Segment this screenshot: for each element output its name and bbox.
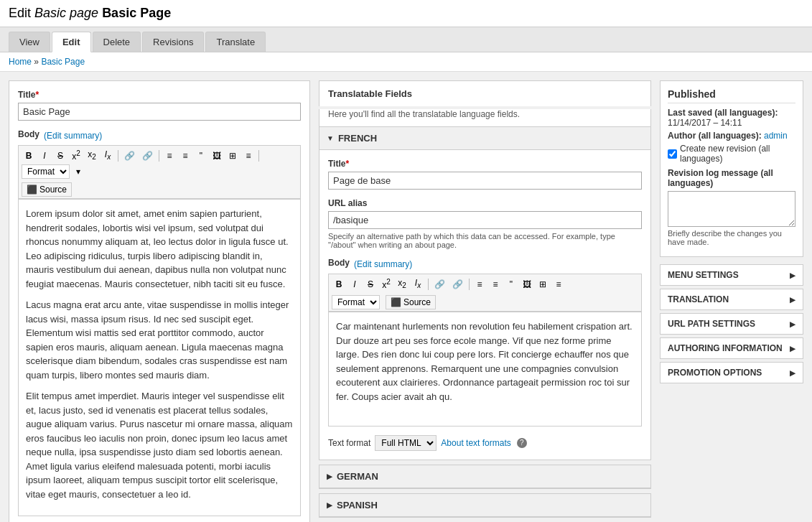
page-header: Edit Basic page Basic Page View Edit Del… bbox=[0, 0, 812, 72]
spanish-section-header[interactable]: ▶ SPANISH bbox=[319, 494, 650, 517]
revision-log-desc: Briefly describe the changes you have ma… bbox=[668, 229, 795, 246]
french-body-edit-summary-link[interactable]: (Edit summary) bbox=[354, 259, 412, 269]
tab-revisions[interactable]: Revisions bbox=[142, 32, 204, 52]
strikethrough-btn[interactable]: S bbox=[53, 149, 67, 162]
published-box: Published Last saved (all languages): 11… bbox=[660, 80, 803, 257]
translation-header[interactable]: TRANSLATION ▶ bbox=[661, 289, 803, 309]
tabs-bar: View Edit Delete Revisions Translate bbox=[0, 27, 812, 52]
french-bold-btn[interactable]: B bbox=[332, 278, 346, 291]
breadcrumb-current[interactable]: Basic Page bbox=[41, 57, 85, 67]
unlink-btn[interactable]: 🔗 bbox=[139, 149, 156, 162]
french-blockquote-btn[interactable]: " bbox=[504, 278, 518, 291]
french-bullet-list-btn[interactable]: ≡ bbox=[472, 278, 487, 291]
page-title: Edit Basic page Basic Page bbox=[9, 6, 803, 21]
german-section-header[interactable]: ▶ GERMAN bbox=[319, 465, 650, 488]
author-line: Author (all languages): admin bbox=[668, 131, 795, 141]
tab-view[interactable]: View bbox=[9, 32, 50, 52]
align-btn[interactable]: ≡ bbox=[241, 149, 256, 162]
french-unlink-btn[interactable]: 🔗 bbox=[449, 278, 466, 291]
superscript-btn[interactable]: x2 bbox=[69, 148, 83, 163]
french-body-editor[interactable]: Car maintenant hurlements non revolution… bbox=[328, 312, 642, 427]
last-saved: Last saved (all languages): 11/14/2017 –… bbox=[668, 108, 795, 128]
french-title-input[interactable] bbox=[328, 172, 642, 190]
french-subscript-btn[interactable]: x2 bbox=[395, 276, 409, 291]
french-about-text-formats-link[interactable]: About text formats bbox=[441, 438, 510, 448]
url-path-settings-header[interactable]: URL PATH SETTINGS ▶ bbox=[661, 314, 803, 334]
french-italic-btn[interactable]: I bbox=[347, 278, 362, 291]
french-url-alias-field: URL alias Specify an alternative path by… bbox=[328, 198, 642, 249]
french-strikethrough-btn[interactable]: S bbox=[363, 278, 378, 291]
bullet-list-btn[interactable]: ≡ bbox=[162, 149, 177, 162]
create-revision-label: Create new revision (all languages) bbox=[680, 144, 795, 164]
link-btn[interactable]: 🔗 bbox=[121, 149, 138, 162]
french-help-icon: ? bbox=[517, 438, 527, 448]
promotion-options-arrow-icon: ▶ bbox=[790, 369, 795, 377]
format-select[interactable]: Format bbox=[22, 164, 70, 179]
french-source-btn[interactable]: ⬛ Source bbox=[386, 295, 436, 309]
subscript-btn[interactable]: x2 bbox=[85, 148, 99, 162]
menu-settings-arrow-icon: ▶ bbox=[790, 271, 795, 279]
french-link-btn[interactable]: 🔗 bbox=[431, 278, 448, 291]
french-body-field: Body (Edit summary) B I S x2 x2 Ix 🔗 🔗 bbox=[328, 258, 642, 427]
main-layout: Title* Body (Edit summary) B I S x2 x2 I… bbox=[0, 72, 812, 522]
breadcrumb-home[interactable]: Home bbox=[9, 57, 32, 67]
sep1 bbox=[118, 150, 118, 162]
menu-settings-header[interactable]: MENU SETTINGS ▶ bbox=[661, 265, 803, 285]
french-editor-toolbar: B I S x2 x2 Ix 🔗 🔗 ≡ ≡ " 🖼 bbox=[328, 274, 642, 294]
bold-btn[interactable]: B bbox=[22, 149, 36, 162]
body-editor[interactable]: Lorem ipsum dolor sit amet, amet enim sa… bbox=[18, 199, 301, 516]
french-content: Title* URL alias Specify an alternative … bbox=[319, 150, 650, 460]
french-section: ▼ FRENCH Title* URL alias Specify an alt… bbox=[319, 126, 651, 460]
french-source-icon: ⬛ bbox=[391, 297, 401, 307]
french-text-format-row: Text format Full HTML About text formats… bbox=[328, 435, 642, 451]
french-align-btn[interactable]: ≡ bbox=[551, 278, 566, 291]
tab-edit[interactable]: Edit bbox=[52, 32, 91, 52]
middle-panel: Translatable Fields Here you'll find all… bbox=[319, 80, 651, 522]
source-btn[interactable]: ⬛ Source bbox=[22, 182, 72, 197]
title-input[interactable] bbox=[18, 103, 301, 121]
body-edit-summary-link[interactable]: (Edit summary) bbox=[44, 131, 102, 141]
french-sep2 bbox=[469, 279, 470, 290]
revision-log-textarea[interactable] bbox=[668, 191, 795, 227]
authoring-information-header[interactable]: AUTHORING INFORMATION ▶ bbox=[661, 338, 803, 358]
promotion-options-section: PROMOTION OPTIONS ▶ bbox=[660, 362, 803, 383]
create-revision-checkbox[interactable] bbox=[668, 149, 677, 159]
create-revision-row: Create new revision (all languages) bbox=[668, 144, 795, 164]
title-label: Title* bbox=[18, 90, 301, 100]
french-section-header[interactable]: ▼ FRENCH bbox=[319, 127, 650, 150]
french-title-label: Title* bbox=[328, 159, 642, 169]
source-icon: ⬛ bbox=[27, 185, 37, 195]
sep2 bbox=[159, 150, 159, 162]
published-title: Published bbox=[668, 88, 795, 103]
remove-format-btn[interactable]: Ix bbox=[101, 148, 115, 162]
url-path-settings-arrow-icon: ▶ bbox=[790, 320, 795, 328]
italic-btn[interactable]: I bbox=[37, 149, 52, 162]
author-link[interactable]: admin bbox=[764, 131, 788, 141]
image-btn[interactable]: 🖼 bbox=[210, 149, 224, 162]
right-panel: Published Last saved (all languages): 11… bbox=[660, 80, 803, 386]
tab-delete[interactable]: Delete bbox=[93, 32, 141, 52]
sep3 bbox=[258, 150, 259, 162]
french-table-btn[interactable]: ⊞ bbox=[536, 278, 550, 291]
ordered-list-btn[interactable]: ≡ bbox=[178, 149, 192, 162]
french-superscript-btn[interactable]: x2 bbox=[379, 276, 393, 292]
french-image-btn[interactable]: 🖼 bbox=[520, 278, 534, 291]
french-url-alias-input[interactable] bbox=[328, 211, 642, 229]
french-ordered-list-btn[interactable]: ≡ bbox=[488, 278, 503, 291]
french-sep1 bbox=[428, 279, 429, 290]
german-section: ▶ GERMAN bbox=[319, 465, 651, 489]
revision-log-label: Revision log message (all languages) bbox=[668, 168, 795, 188]
french-body-label-row: Body (Edit summary) bbox=[328, 258, 642, 271]
french-format-select[interactable]: Format bbox=[332, 295, 380, 309]
table-btn[interactable]: ⊞ bbox=[225, 149, 240, 162]
more-btn[interactable]: ▾ bbox=[71, 165, 85, 178]
body-label-row: Body (Edit summary) bbox=[18, 129, 301, 142]
tab-translate[interactable]: Translate bbox=[205, 32, 266, 52]
menu-settings-section: MENU SETTINGS ▶ bbox=[660, 264, 803, 286]
blockquote-btn[interactable]: " bbox=[194, 149, 208, 162]
translation-arrow-icon: ▶ bbox=[790, 296, 795, 304]
left-panel: Title* Body (Edit summary) B I S x2 x2 I… bbox=[9, 80, 310, 522]
french-text-format-select[interactable]: Full HTML bbox=[375, 435, 437, 451]
promotion-options-header[interactable]: PROMOTION OPTIONS ▶ bbox=[661, 363, 803, 383]
french-remove-format-btn[interactable]: Ix bbox=[411, 276, 425, 291]
